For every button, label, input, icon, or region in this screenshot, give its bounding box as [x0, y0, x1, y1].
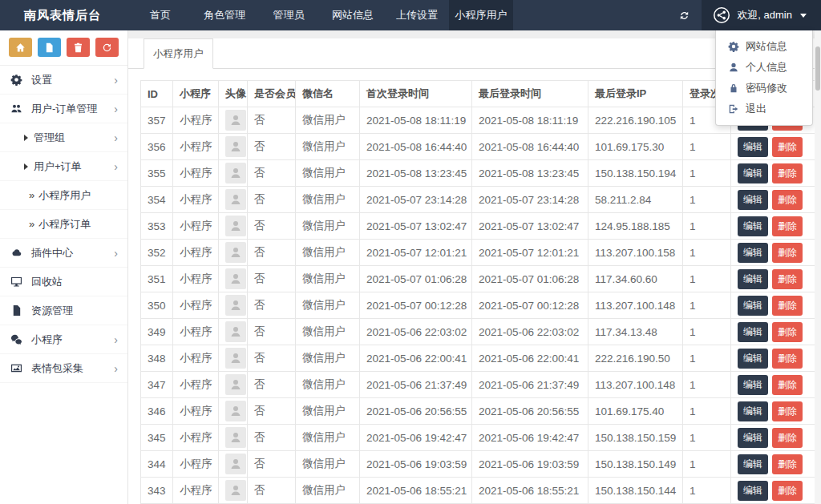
edit-button[interactable]: 编辑	[738, 269, 768, 289]
sidebar-item-label: 回收站	[31, 275, 63, 289]
edit-button[interactable]: 编辑	[738, 322, 768, 342]
edit-button[interactable]: 编辑	[738, 401, 768, 421]
refresh-button[interactable]	[667, 0, 702, 30]
home-button[interactable]	[9, 38, 32, 57]
avatar-cell	[219, 451, 248, 478]
delete-button[interactable]: 删除	[772, 296, 803, 316]
id-cell: 357	[141, 107, 173, 134]
column-header-2: 头像	[219, 81, 248, 107]
sidebar-item-2[interactable]: 管理组›	[0, 123, 127, 152]
sidebar-item-6[interactable]: 插件中心›	[0, 239, 127, 268]
table-row: 346小程序否微信用户2021-05-06 20:56:552021-05-06…	[141, 398, 815, 425]
sidebar-item-5[interactable]: »小程序订单	[0, 210, 127, 239]
login-count-cell: 1	[683, 240, 731, 266]
avatar	[225, 136, 246, 157]
login-count-cell: 1	[683, 398, 731, 425]
dropdown-item-0[interactable]: 网站信息	[716, 36, 812, 57]
edit-button[interactable]: 编辑	[738, 190, 768, 210]
nav-item-1[interactable]: 角色管理	[192, 0, 257, 30]
delete-button[interactable]: 删除	[772, 243, 803, 263]
last-ip-cell: 150.138.150.159	[588, 425, 683, 451]
edit-button[interactable]: 编辑	[738, 481, 768, 501]
id-cell: 355	[141, 160, 173, 187]
user-menu-toggle[interactable]: 欢迎, admin	[702, 0, 821, 30]
edit-button[interactable]: 编辑	[738, 454, 768, 474]
delete-button[interactable]: 删除	[772, 269, 803, 289]
person-icon	[229, 405, 242, 417]
edit-button[interactable]: 编辑	[738, 375, 768, 395]
column-header-6: 最后登录时间	[472, 81, 588, 107]
last-ip-cell: 113.207.100.158	[588, 240, 683, 266]
avatar	[225, 189, 246, 210]
app-cell: 小程序	[173, 451, 219, 478]
first-login-cell: 2021-05-07 23:14:28	[360, 187, 472, 213]
avatar	[225, 454, 246, 474]
delete-button[interactable]: 删除	[772, 481, 803, 501]
nav-item-2[interactable]: 管理员	[257, 0, 321, 30]
edit-button[interactable]: 编辑	[738, 349, 768, 369]
sidebar-item-0[interactable]: 设置›	[0, 66, 127, 95]
file-button[interactable]	[38, 38, 61, 57]
delete-button[interactable]: 删除	[772, 375, 803, 395]
wechat-name-cell: 微信用户	[296, 345, 360, 372]
delete-button[interactable]: 删除	[772, 190, 803, 210]
member-cell: 否	[248, 451, 296, 478]
person-icon	[728, 62, 739, 73]
nav-item-0[interactable]: 首页	[128, 0, 192, 30]
delete-button[interactable]: 删除	[772, 428, 803, 448]
app-cell: 小程序	[173, 319, 219, 345]
tab-mini-program-users[interactable]: 小程序用户	[144, 38, 213, 69]
person-icon	[229, 167, 242, 179]
last-login-cell: 2021-05-08 13:23:45	[472, 160, 588, 187]
wechat-name-cell: 微信用户	[296, 319, 360, 345]
member-cell: 否	[248, 292, 296, 319]
trash-button[interactable]	[67, 38, 90, 57]
dropdown-item-label: 退出	[746, 102, 766, 116]
dropdown-item-2[interactable]: 密码修改	[716, 78, 812, 99]
edit-button[interactable]: 编辑	[738, 428, 768, 448]
table-row: 354小程序否微信用户2021-05-07 23:14:282021-05-07…	[141, 187, 815, 213]
actions-cell: 编辑删除	[731, 478, 815, 504]
gear-icon	[10, 74, 24, 86]
edit-button[interactable]: 编辑	[738, 296, 768, 316]
table-row: 355小程序否微信用户2021-05-08 13:23:452021-05-08…	[141, 160, 815, 187]
sidebar-item-9[interactable]: 小程序›	[0, 325, 127, 354]
person-icon	[229, 325, 242, 338]
nav-item-3[interactable]: 网站信息	[321, 0, 385, 30]
dropdown-item-1[interactable]: 个人信息	[716, 57, 812, 78]
delete-button[interactable]: 删除	[772, 137, 803, 157]
trash-icon	[73, 42, 83, 53]
sidebar-item-8[interactable]: 资源管理	[0, 296, 127, 325]
app-cell: 小程序	[173, 292, 219, 319]
delete-button[interactable]: 删除	[772, 322, 803, 342]
wechat-name-cell: 微信用户	[296, 372, 360, 398]
nav-item-5[interactable]: 小程序用户	[449, 0, 513, 30]
delete-button[interactable]: 删除	[772, 216, 803, 236]
nav-item-4[interactable]: 上传设置	[385, 0, 449, 30]
sidebar-item-3[interactable]: 用户+订单›	[0, 152, 127, 181]
recycle-button[interactable]	[95, 38, 119, 57]
edit-button[interactable]: 编辑	[738, 137, 768, 157]
avatar-cell	[219, 187, 248, 213]
last-login-cell: 2021-05-07 00:12:28	[472, 292, 588, 319]
sidebar-item-7[interactable]: 回收站	[0, 268, 127, 296]
sidebar-item-10[interactable]: 表情包采集›	[0, 354, 127, 383]
brand-title: 南风表情后台	[0, 0, 128, 30]
page-scrollbar-thumb[interactable]	[815, 46, 820, 91]
id-cell: 344	[141, 451, 173, 478]
person-icon	[229, 458, 242, 470]
edit-button[interactable]: 编辑	[738, 243, 768, 263]
avatar	[225, 401, 246, 421]
table-row: 350小程序否微信用户2021-05-07 00:12:282021-05-07…	[141, 292, 815, 319]
sidebar-item-1[interactable]: 用户-订单管理›	[0, 95, 127, 123]
edit-button[interactable]: 编辑	[738, 216, 768, 236]
dropdown-item-3[interactable]: 退出	[716, 99, 812, 119]
delete-button[interactable]: 删除	[772, 349, 803, 369]
edit-button[interactable]: 编辑	[738, 163, 768, 183]
sidebar-item-4[interactable]: »小程序用户	[0, 181, 127, 210]
delete-button[interactable]: 删除	[772, 401, 803, 421]
delete-button[interactable]: 删除	[772, 163, 803, 183]
last-ip-cell: 113.207.100.148	[588, 372, 683, 398]
page-scrollbar[interactable]	[815, 30, 821, 504]
delete-button[interactable]: 删除	[772, 454, 803, 474]
